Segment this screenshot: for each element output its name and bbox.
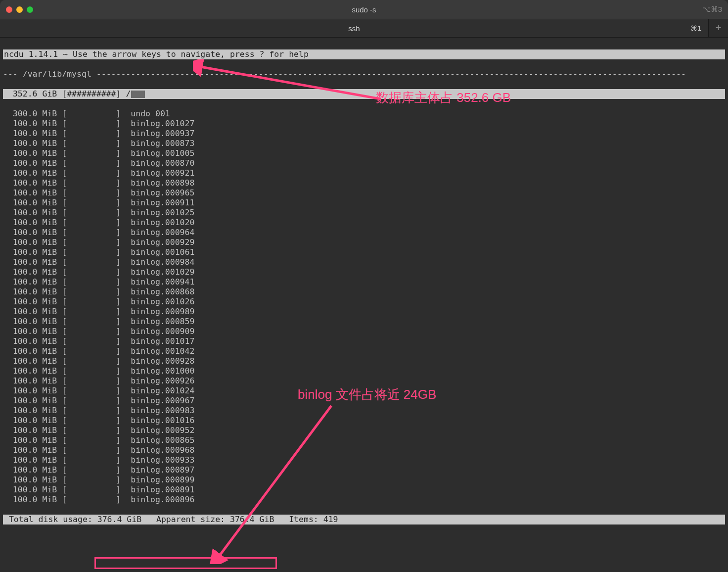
row-size: 352.6 GiB <box>13 89 57 98</box>
ncdu-row[interactable]: 100.0 MiB [ ] binlog.000873 <box>3 139 725 148</box>
annotation-highlight-box <box>94 557 277 569</box>
ncdu-row[interactable]: 100.0 MiB [ ] binlog.000898 <box>3 178 725 188</box>
tab-bar: ssh ⌘1 + <box>0 19 728 38</box>
ncdu-row[interactable]: 100.0 MiB [ ] binlog.001042 <box>3 346 725 356</box>
ncdu-row[interactable]: 100.0 MiB [ ] binlog.000870 <box>3 158 725 168</box>
ncdu-row[interactable]: 100.0 MiB [ ] binlog.000926 <box>3 376 725 386</box>
ncdu-row[interactable]: 100.0 MiB [ ] binlog.000859 <box>3 317 725 327</box>
ncdu-row[interactable]: 100.0 MiB [ ] binlog.001061 <box>3 247 725 257</box>
row-bar: [##########] <box>62 89 121 98</box>
ncdu-current-path: /var/lib/mysql <box>23 69 91 79</box>
ncdu-row[interactable]: 100.0 MiB [ ] binlog.000989 <box>3 307 725 317</box>
ncdu-row[interactable]: 100.0 MiB [ ] binlog.000928 <box>3 356 725 366</box>
ncdu-row[interactable]: 100.0 MiB [ ] binlog.000964 <box>3 228 725 238</box>
close-icon[interactable] <box>6 6 12 13</box>
tab-ssh[interactable]: ssh ⌘1 <box>0 19 708 37</box>
terminal-output[interactable]: ncdu 1.14.1 ~ Use the arrow keys to navi… <box>0 38 728 526</box>
ncdu-row[interactable]: 100.0 MiB [ ] binlog.000891 <box>3 485 725 495</box>
ncdu-row[interactable]: 100.0 MiB [ ] binlog.000865 <box>3 435 725 445</box>
ncdu-row[interactable]: 100.0 MiB [ ] binlog.000929 <box>3 238 725 247</box>
zoom-icon[interactable] <box>27 6 33 13</box>
ncdu-row[interactable]: 100.0 MiB [ ] binlog.000909 <box>3 327 725 336</box>
ncdu-row[interactable]: 100.0 MiB [ ] binlog.000968 <box>3 445 725 455</box>
ncdu-row[interactable]: 100.0 MiB [ ] binlog.000911 <box>3 198 725 208</box>
cursor-icon <box>131 91 145 98</box>
ncdu-row[interactable]: 100.0 MiB [ ] binlog.001029 <box>3 267 725 277</box>
ncdu-row[interactable]: 100.0 MiB [ ] binlog.000967 <box>3 396 725 406</box>
tab-label: ssh <box>348 24 360 33</box>
ncdu-status-line: Total disk usage: 376.4 GiB Apparent siz… <box>3 515 725 524</box>
window-shortcut-badge: ⌥⌘3 <box>702 5 722 14</box>
ncdu-path-line: --- /var/lib/mysql ---------------------… <box>3 69 725 79</box>
ncdu-row[interactable]: 100.0 MiB [ ] binlog.001027 <box>3 119 725 129</box>
ncdu-row[interactable]: 100.0 MiB [ ] binlog.001017 <box>3 336 725 346</box>
ncdu-header: ncdu 1.14.1 ~ Use the arrow keys to navi… <box>3 49 725 59</box>
ncdu-row[interactable]: 100.0 MiB [ ] binlog.001005 <box>3 148 725 158</box>
apparent-size: 376.4 GiB <box>230 515 274 524</box>
traffic-lights <box>6 6 33 13</box>
ncdu-row[interactable]: 100.0 MiB [ ] binlog.000899 <box>3 475 725 485</box>
ncdu-row[interactable]: 100.0 MiB [ ] binlog.000937 <box>3 129 725 139</box>
ncdu-row[interactable]: 100.0 MiB [ ] binlog.001026 <box>3 297 725 307</box>
row-name: / <box>126 89 131 98</box>
ncdu-row[interactable]: 100.0 MiB [ ] binlog.001000 <box>3 366 725 376</box>
window-titlebar: sudo -s ⌥⌘3 <box>0 0 728 19</box>
ncdu-row[interactable]: 100.0 MiB [ ] binlog.000952 <box>3 426 725 435</box>
total-disk-usage: 376.4 GiB <box>97 515 141 524</box>
ncdu-row[interactable]: 100.0 MiB [ ] binlog.001020 <box>3 218 725 228</box>
ncdu-row[interactable]: 100.0 MiB [ ] binlog.000941 <box>3 277 725 287</box>
ncdu-row[interactable]: 100.0 MiB [ ] binlog.001025 <box>3 208 725 218</box>
ncdu-row[interactable]: 100.0 MiB [ ] binlog.000983 <box>3 406 725 416</box>
ncdu-row[interactable]: 100.0 MiB [ ] binlog.000921 <box>3 168 725 178</box>
ncdu-row[interactable]: 100.0 MiB [ ] binlog.000933 <box>3 455 725 465</box>
ncdu-row[interactable]: 100.0 MiB [ ] binlog.001024 <box>3 386 725 396</box>
ncdu-selected-row[interactable]: 352.6 GiB [##########] / <box>3 89 725 99</box>
new-tab-button[interactable]: + <box>708 19 728 37</box>
ncdu-row[interactable]: 100.0 MiB [ ] binlog.000965 <box>3 188 725 198</box>
minimize-icon[interactable] <box>16 6 23 13</box>
ncdu-row[interactable]: 100.0 MiB [ ] binlog.000868 <box>3 287 725 297</box>
tab-shortcut: ⌘1 <box>690 24 701 32</box>
ncdu-row[interactable]: 100.0 MiB [ ] binlog.001016 <box>3 416 725 426</box>
plus-icon: + <box>716 22 722 34</box>
window-title: sudo -s <box>352 5 376 14</box>
ncdu-row[interactable]: 100.0 MiB [ ] binlog.000984 <box>3 257 725 267</box>
ncdu-row[interactable]: 100.0 MiB [ ] binlog.000896 <box>3 495 725 505</box>
ncdu-row[interactable]: 300.0 MiB [ ] undo_001 <box>3 109 725 119</box>
ncdu-row[interactable]: 100.0 MiB [ ] binlog.000897 <box>3 465 725 475</box>
